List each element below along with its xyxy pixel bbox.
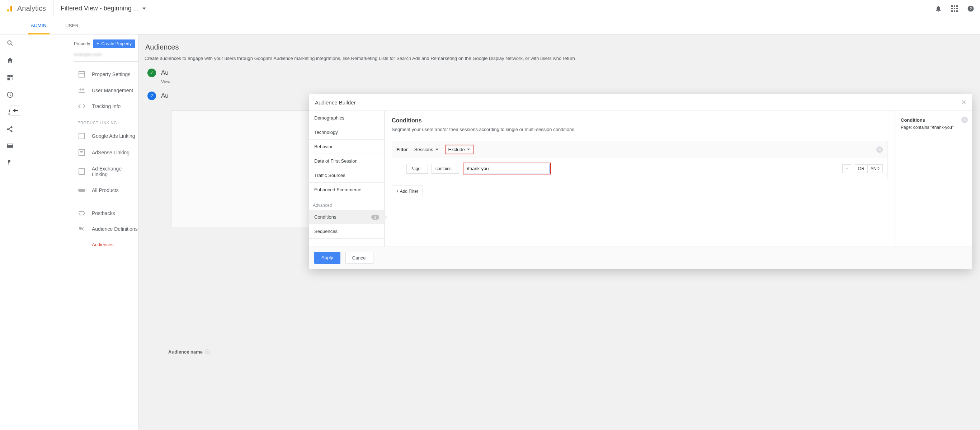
product-brand: Analytics (6, 4, 53, 13)
nav-audiences-sub[interactable]: Audiences (20, 237, 138, 252)
link-icon (78, 188, 86, 193)
svg-text:+: + (11, 77, 13, 81)
apps-grid-icon[interactable] (951, 5, 958, 12)
property-label: Property (74, 41, 90, 46)
cancel-button[interactable]: Cancel (345, 252, 374, 264)
or-button[interactable]: OR (855, 164, 868, 173)
main-content: Audiences Create audiences to engage wit… (138, 35, 980, 430)
conditions-heading: Conditions (392, 117, 888, 124)
and-button[interactable]: AND (868, 164, 883, 173)
nav-ad-exchange-linking[interactable]: Ad Exchange Linking (20, 161, 138, 182)
svg-rect-2 (951, 5, 953, 7)
customization-icon[interactable]: + (6, 74, 14, 81)
nav-section-product-linking: PRODUCT LINKING (20, 114, 138, 128)
caret-down-icon (467, 149, 470, 150)
audience-name-label: Audience name ? (168, 349, 980, 355)
tab-admin[interactable]: ADMIN (28, 17, 49, 35)
sessions-dropdown[interactable]: Sessions (413, 146, 440, 153)
collapse-button[interactable] (10, 105, 20, 116)
nav-label: Postbacks (92, 210, 115, 216)
page-title: Audiences (145, 43, 980, 51)
nav-adsense-linking[interactable]: AdSense Linking (20, 144, 138, 161)
sidebar-item-sequences[interactable]: Sequences (309, 225, 384, 239)
search-icon[interactable] (6, 40, 14, 47)
step-label: Au (161, 92, 169, 99)
svg-rect-17 (7, 78, 10, 80)
nav-user-management[interactable]: User Management (20, 83, 138, 98)
svg-rect-25 (8, 144, 12, 145)
svg-rect-15 (7, 75, 10, 78)
svg-rect-36 (78, 189, 85, 192)
view-title: Filtered View - beginning ... (60, 5, 139, 12)
app-header: Analytics Filtered View - beginning ... … (0, 0, 980, 17)
sidebar-item-behavior[interactable]: Behavior (309, 140, 384, 154)
dropdown-label: Sessions (414, 147, 433, 152)
admin-sidebar: Property + Create Property example.com P… (20, 35, 138, 430)
nav-google-ads-linking[interactable]: Google Ads Linking (20, 128, 138, 144)
sidebar-item-demographics[interactable]: Demographics (309, 111, 384, 125)
caret-down-icon (142, 8, 146, 10)
notifications-icon[interactable] (935, 5, 942, 12)
nav-label: Audiences (92, 242, 114, 247)
modal-footer: Apply Cancel (309, 247, 972, 269)
apply-button[interactable]: Apply (314, 252, 340, 264)
sidebar-item-technology[interactable]: Technology (309, 125, 384, 140)
people-icon (78, 88, 86, 93)
help-icon[interactable]: ? (967, 5, 974, 12)
modal-header: Audience Builder ✕ (309, 94, 972, 111)
svg-point-30 (82, 89, 84, 91)
adsense-icon (78, 149, 86, 156)
sidebar-item-label: Conditions (314, 214, 336, 220)
tab-user[interactable]: USER (62, 17, 82, 35)
nav-tracking-info[interactable]: Tracking Info (20, 98, 138, 114)
svg-point-13 (8, 41, 11, 44)
nav-label: Google Ads Linking (92, 133, 135, 139)
exclude-dropdown[interactable]: Exclude (445, 145, 474, 154)
operator-dropdown[interactable]: contains (431, 164, 459, 174)
view-selector[interactable]: Filtered View - beginning ... (53, 0, 146, 17)
acquisition-icon[interactable] (6, 126, 14, 133)
conversions-icon[interactable] (7, 159, 13, 166)
help-hint-icon[interactable]: ? (205, 349, 210, 354)
sidebar-item-date-first-session[interactable]: Date of First Session (309, 154, 384, 168)
svg-rect-6 (954, 8, 955, 10)
product-name: Analytics (17, 4, 46, 13)
code-icon (78, 104, 86, 109)
summary-heading: Conditions (901, 117, 966, 123)
nav-postbacks[interactable]: Postbacks (20, 205, 138, 221)
create-property-button[interactable]: + Create Property (93, 40, 135, 48)
dropdown-label: Exclude (449, 147, 465, 152)
value-input[interactable] (464, 164, 550, 174)
step-label: Au (161, 69, 169, 76)
add-filter-button[interactable]: + Add Filter (392, 186, 423, 197)
nav-label: AdSense Linking (92, 150, 129, 155)
conditions-count-badge: 1 (371, 215, 379, 220)
create-property-label: Create Property (101, 41, 132, 46)
sidebar-item-traffic-sources[interactable]: Traffic Sources (309, 168, 384, 183)
sidebar-item-conditions[interactable]: Conditions 1 (309, 210, 384, 225)
svg-rect-5 (951, 8, 953, 10)
svg-text:?: ? (969, 6, 972, 11)
svg-point-23 (11, 131, 12, 132)
nav-label: Property Settings (92, 72, 130, 77)
caret-down-icon (436, 149, 438, 150)
summary-detail: Page: contains "/thank-you" (901, 125, 966, 130)
nav-audience-definitions[interactable]: Audience Definitions (20, 221, 138, 237)
sidebar-item-enhanced-ecommerce[interactable]: Enhanced Ecommerce (309, 183, 384, 197)
svg-rect-8 (951, 10, 953, 12)
nav-label: Tracking Info (92, 104, 121, 109)
svg-rect-10 (956, 10, 958, 12)
behavior-icon[interactable] (6, 143, 14, 149)
realtime-icon[interactable] (6, 91, 14, 98)
nav-all-products[interactable]: All Products (20, 182, 138, 198)
close-icon[interactable]: ✕ (961, 98, 966, 106)
remove-summary-icon[interactable]: ✕ (961, 117, 968, 123)
remove-row-button[interactable]: − (842, 164, 851, 173)
nav-property-settings[interactable]: Property Settings (20, 66, 138, 83)
home-icon[interactable] (6, 57, 14, 64)
remove-filter-icon[interactable]: ✕ (877, 147, 883, 153)
conditions-subheading: Segment your users and/or their sessions… (392, 127, 888, 132)
dimension-dropdown[interactable]: Page (406, 164, 428, 174)
audience-def-icon (78, 226, 86, 232)
property-name[interactable]: example.com (20, 52, 138, 57)
